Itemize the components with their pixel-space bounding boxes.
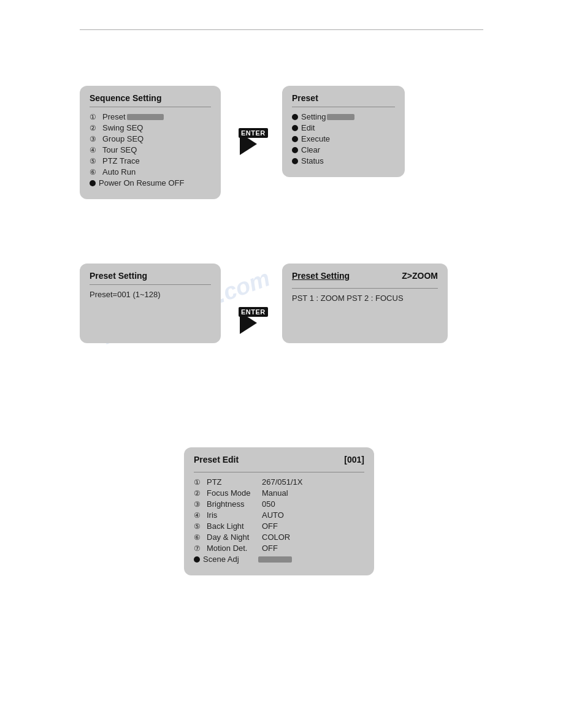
preset-edit-box: Preset Edit [001] ① PTZ 267/051/1X ② Foc… xyxy=(184,447,374,575)
preset-setting-zoom-divider xyxy=(292,288,438,289)
list-item: Setting xyxy=(292,112,395,121)
enter-label-1: ENTER xyxy=(239,128,268,138)
filled-bullet-icon xyxy=(90,180,96,186)
preset-setting-box: Preset Setting Preset=001 (1~128) xyxy=(80,264,221,343)
enter-arrow-2: ENTER xyxy=(230,313,267,335)
highlight-bar xyxy=(327,114,354,120)
list-item: Status xyxy=(292,156,395,165)
highlight-bar xyxy=(258,556,292,563)
list-item: ② Focus Mode Manual xyxy=(194,488,364,498)
preset-setting-zoom-content: PST 1 : ZOOM PST 2 : FOCUS xyxy=(292,294,438,303)
preset-box: Preset Setting Edit Execute Clear Status xyxy=(282,86,405,177)
list-item: ⑥ Auto Run xyxy=(90,167,211,176)
preset-title: Preset xyxy=(292,93,395,103)
filled-bullet-icon xyxy=(194,556,200,563)
list-item: ④ Iris AUTO xyxy=(194,510,364,520)
list-item: ① PTZ 267/051/1X xyxy=(194,477,364,487)
list-item: Clear xyxy=(292,145,395,154)
list-item: Power On Resume OFF xyxy=(90,178,211,188)
list-item: ⑤ PTZ Trace xyxy=(90,156,211,165)
enter-label-2: ENTER xyxy=(239,307,268,317)
list-item: ④ Tour SEQ xyxy=(90,145,211,154)
bullet-icon xyxy=(292,136,298,142)
sequence-setting-box: Sequence Setting ① Preset ② Swing SEQ ③ … xyxy=(80,86,221,199)
list-item: Edit xyxy=(292,123,395,132)
sequence-setting-divider xyxy=(90,107,211,107)
list-item: ③ Group SEQ xyxy=(90,134,211,143)
list-item: ⑤ Back Light OFF xyxy=(194,521,364,531)
list-item: ③ Brightness 050 xyxy=(194,499,364,509)
preset-setting-zoom-box: Preset Setting Z>ZOOM PST 1 : ZOOM PST 2… xyxy=(282,264,448,343)
bullet-icon xyxy=(292,158,298,164)
preset-divider xyxy=(292,107,395,107)
list-item: ⑦ Motion Det. OFF xyxy=(194,544,364,553)
list-item: ⑥ Day & Night COLOR xyxy=(194,533,364,542)
preset-edit-divider xyxy=(194,472,364,472)
bullet-icon xyxy=(292,114,298,120)
list-item: Execute xyxy=(292,134,395,143)
preset-setting-content: Preset=001 (1~128) xyxy=(90,290,211,299)
bullet-icon xyxy=(292,147,298,153)
enter-arrow-1: ENTER xyxy=(230,134,267,156)
sequence-setting-title: Sequence Setting xyxy=(90,93,211,103)
top-divider xyxy=(80,29,483,30)
highlight-bar xyxy=(127,114,164,120)
list-item: Scene Adj xyxy=(194,555,364,564)
list-item: ② Swing SEQ xyxy=(90,123,211,132)
preset-setting-zoom-title: Preset Setting xyxy=(292,271,350,281)
preset-setting-divider xyxy=(90,284,211,285)
preset-edit-number: [001] xyxy=(344,455,364,464)
preset-setting-zoom-right: Z>ZOOM xyxy=(402,271,438,281)
preset-edit-title: Preset Edit xyxy=(194,455,239,464)
preset-setting-title: Preset Setting xyxy=(90,271,211,281)
bullet-icon xyxy=(292,125,298,131)
list-item: ① Preset xyxy=(90,112,211,121)
